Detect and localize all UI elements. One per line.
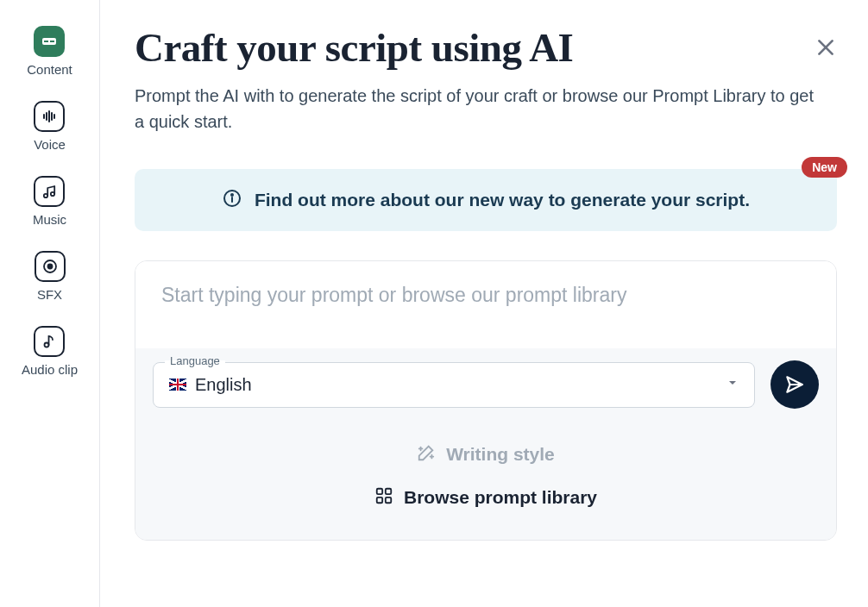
magic-wand-icon	[417, 443, 436, 466]
svg-rect-1	[44, 41, 48, 42]
sidebar-item-label: Content	[27, 62, 72, 77]
svg-rect-23	[377, 489, 382, 494]
language-row: Language English	[153, 360, 819, 409]
svg-rect-26	[386, 497, 391, 503]
send-button[interactable]	[771, 360, 819, 409]
sidebar-item-sfx[interactable]: SFX	[35, 251, 66, 302]
sidebar-item-content[interactable]: Content	[27, 26, 72, 77]
main-content: Craft your script using AI Prompt the AI…	[100, 0, 868, 607]
sidebar-item-label: Voice	[34, 137, 66, 152]
language-label: Language	[165, 354, 225, 367]
svg-point-11	[47, 265, 52, 269]
voice-icon	[34, 101, 65, 132]
page-title: Craft your script using AI	[135, 24, 837, 71]
sidebar-item-label: Audio clip	[22, 362, 78, 377]
new-badge: New	[802, 157, 847, 178]
prompt-input-area	[135, 261, 836, 348]
prompt-card: Language English	[135, 260, 837, 541]
svg-point-17	[231, 194, 233, 196]
prompt-controls: Language English	[135, 348, 836, 540]
svg-rect-2	[50, 41, 54, 42]
content-icon	[34, 26, 65, 57]
audio-clip-icon	[34, 326, 65, 357]
sidebar-item-label: Music	[33, 212, 66, 227]
info-banner[interactable]: Find out more about our new way to gener…	[135, 169, 837, 231]
sidebar-item-label: SFX	[37, 287, 62, 302]
language-value: English	[195, 375, 718, 395]
browse-library-option[interactable]: Browse prompt library	[153, 476, 819, 519]
browse-library-label: Browse prompt library	[404, 487, 597, 508]
sfx-icon	[35, 251, 66, 282]
close-button[interactable]	[815, 36, 837, 62]
sidebar: Content Voice Music	[0, 0, 100, 607]
language-dropdown[interactable]: English	[153, 362, 755, 408]
language-select[interactable]: Language English	[153, 362, 755, 408]
page-subtitle: Prompt the AI with to generate the scrip…	[135, 83, 825, 135]
svg-rect-24	[386, 489, 391, 494]
uk-flag-icon	[169, 379, 186, 391]
writing-style-option: Writing style	[153, 433, 819, 476]
info-icon	[222, 188, 242, 212]
svg-rect-25	[377, 497, 382, 503]
sidebar-item-voice[interactable]: Voice	[34, 101, 66, 152]
grid-icon	[374, 486, 393, 509]
sidebar-item-music[interactable]: Music	[33, 176, 66, 227]
music-icon	[34, 176, 65, 207]
writing-style-label: Writing style	[446, 444, 555, 465]
sidebar-item-audio-clip[interactable]: Audio clip	[22, 326, 78, 377]
info-banner-text: Find out more about our new way to gener…	[255, 190, 750, 210]
prompt-input[interactable]	[161, 284, 810, 307]
chevron-down-icon	[726, 377, 739, 392]
